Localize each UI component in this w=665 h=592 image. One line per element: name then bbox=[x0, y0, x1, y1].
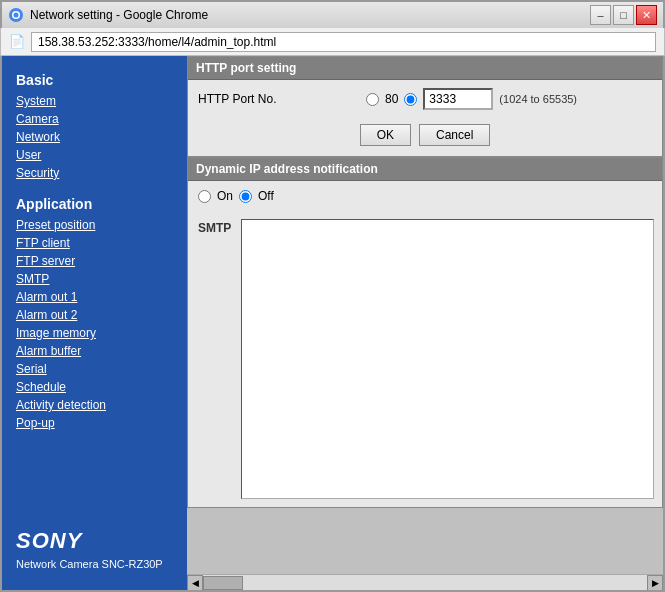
application-section-title: Application bbox=[2, 190, 187, 216]
sidebar-item-smtp[interactable]: SMTP bbox=[2, 270, 187, 288]
http-port-header: HTTP port setting bbox=[188, 57, 662, 80]
sidebar: Basic System Camera Network User Securit… bbox=[2, 56, 187, 590]
dynamic-ip-header: Dynamic IP address notification bbox=[188, 158, 662, 181]
svg-point-2 bbox=[14, 13, 19, 18]
sidebar-item-preset-position[interactable]: Preset position bbox=[2, 216, 187, 234]
h-scroll-track[interactable] bbox=[203, 575, 647, 591]
main-layout: Basic System Camera Network User Securit… bbox=[0, 56, 665, 592]
sidebar-item-alarm-out-1[interactable]: Alarm out 1 bbox=[2, 288, 187, 306]
smtp-area: SMTP bbox=[188, 211, 662, 507]
content-area: HTTP port setting HTTP Port No. 80 (1024… bbox=[187, 56, 663, 590]
dynamic-ip-body: On Off bbox=[188, 181, 662, 211]
basic-section-title: Basic bbox=[2, 66, 187, 92]
sidebar-item-system[interactable]: System bbox=[2, 92, 187, 110]
radio-80-label: 80 bbox=[385, 92, 398, 106]
window-title-area: Network setting - Google Chrome bbox=[8, 7, 208, 23]
sidebar-item-schedule[interactable]: Schedule bbox=[2, 378, 187, 396]
h-scroll-thumb[interactable] bbox=[203, 576, 243, 590]
sidebar-item-ftp-client[interactable]: FTP client bbox=[2, 234, 187, 252]
h-scrollbar[interactable]: ◀ ▶ bbox=[187, 574, 663, 590]
sidebar-item-alarm-out-2[interactable]: Alarm out 2 bbox=[2, 306, 187, 324]
radio-off[interactable] bbox=[239, 190, 252, 203]
ok-cancel-row: OK Cancel bbox=[188, 118, 662, 156]
sony-logo: SONY bbox=[2, 516, 187, 558]
minimize-button[interactable]: – bbox=[590, 5, 611, 25]
chrome-icon bbox=[8, 7, 24, 23]
radio-on-label: On bbox=[217, 189, 233, 203]
sidebar-item-alarm-buffer[interactable]: Alarm buffer bbox=[2, 342, 187, 360]
scroll-left-btn[interactable]: ◀ bbox=[187, 575, 203, 591]
radio-off-label: Off bbox=[258, 189, 274, 203]
window-titlebar: Network setting - Google Chrome – □ ✕ bbox=[0, 0, 665, 28]
sidebar-item-ftp-server[interactable]: FTP server bbox=[2, 252, 187, 270]
ok-button[interactable]: OK bbox=[360, 124, 411, 146]
sidebar-item-image-memory[interactable]: Image memory bbox=[2, 324, 187, 342]
http-port-panel: HTTP port setting HTTP Port No. 80 (1024… bbox=[187, 56, 663, 157]
sidebar-item-serial[interactable]: Serial bbox=[2, 360, 187, 378]
sidebar-item-security[interactable]: Security bbox=[2, 164, 187, 182]
smtp-white-area bbox=[241, 219, 654, 499]
http-port-label: HTTP Port No. bbox=[198, 92, 358, 106]
window-title-text: Network setting - Google Chrome bbox=[30, 8, 208, 22]
dynamic-ip-panel: Dynamic IP address notification On Off S… bbox=[187, 157, 663, 508]
smtp-label: SMTP bbox=[188, 211, 241, 245]
sidebar-item-pop-up[interactable]: Pop-up bbox=[2, 414, 187, 432]
port-range-text: (1024 to 65535) bbox=[499, 93, 577, 105]
address-input[interactable] bbox=[31, 32, 656, 52]
port-options: 80 (1024 to 65535) bbox=[366, 88, 577, 110]
radio-on[interactable] bbox=[198, 190, 211, 203]
on-off-group: On Off bbox=[198, 189, 274, 203]
maximize-button[interactable]: □ bbox=[613, 5, 634, 25]
sidebar-item-network[interactable]: Network bbox=[2, 128, 187, 146]
cancel-button[interactable]: Cancel bbox=[419, 124, 490, 146]
scroll-right-btn[interactable]: ▶ bbox=[647, 575, 663, 591]
radio-custom[interactable] bbox=[404, 93, 417, 106]
content-scroll[interactable]: HTTP port setting HTTP Port No. 80 (1024… bbox=[187, 56, 663, 574]
port-input[interactable] bbox=[423, 88, 493, 110]
http-port-title: HTTP port setting bbox=[196, 61, 296, 75]
radio-80[interactable] bbox=[366, 93, 379, 106]
close-button[interactable]: ✕ bbox=[636, 5, 657, 25]
sidebar-item-camera[interactable]: Camera bbox=[2, 110, 187, 128]
sidebar-item-activity-detection[interactable]: Activity detection bbox=[2, 396, 187, 414]
page-icon: 📄 bbox=[9, 34, 25, 49]
window-controls: – □ ✕ bbox=[590, 5, 657, 25]
address-bar: 📄 bbox=[0, 28, 665, 56]
sidebar-item-user[interactable]: User bbox=[2, 146, 187, 164]
port-row: HTTP Port No. 80 (1024 to 65535) bbox=[188, 80, 662, 118]
dynamic-ip-title: Dynamic IP address notification bbox=[196, 162, 378, 176]
sony-subtitle: Network Camera SNC-RZ30P bbox=[2, 558, 187, 580]
